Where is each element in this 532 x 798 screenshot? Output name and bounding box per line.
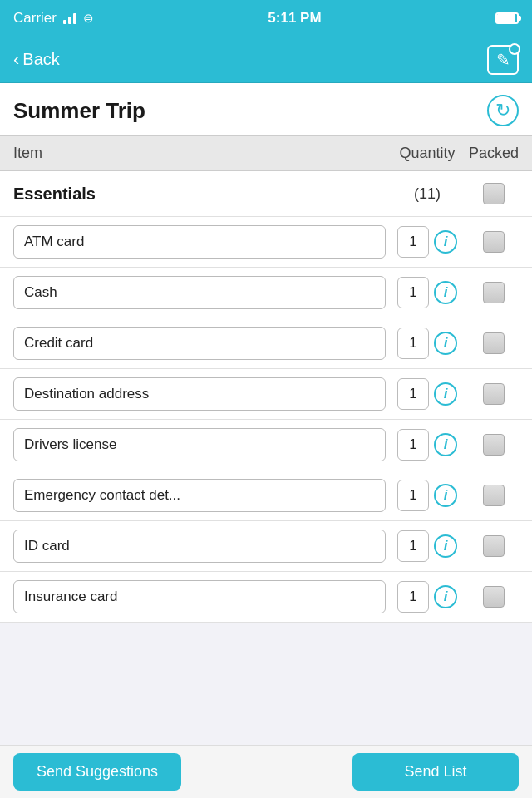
send-list-button[interactable]: Send List [352, 753, 519, 791]
nav-bar: ‹ Back [0, 37, 532, 83]
table-row: ATM card 1 i [0, 217, 532, 268]
quantity-value[interactable]: 1 [397, 581, 429, 613]
col-header-quantity: Quantity [386, 145, 469, 162]
item-name-drivers-license[interactable]: Drivers license [13, 428, 386, 461]
quantity-value[interactable]: 1 [397, 378, 429, 410]
quantity-value[interactable]: 1 [397, 277, 429, 308]
table-header-row: Item Quantity Packed [0, 135, 532, 171]
quantity-value[interactable]: 1 [397, 226, 429, 258]
table-row: Destination address 1 i [0, 369, 532, 420]
info-button[interactable]: i [434, 484, 457, 507]
status-bar: Carrier ⊜ 5:11 PM [0, 0, 532, 37]
item-name-atm-card[interactable]: ATM card [13, 225, 386, 259]
info-icon: i [444, 234, 448, 250]
quantity-value[interactable]: 1 [397, 530, 429, 562]
item-packed-checkbox[interactable] [483, 282, 505, 303]
table-row: ID card 1 i [0, 521, 532, 572]
item-name-destination-address[interactable]: Destination address [13, 377, 386, 411]
item-packed-area [469, 332, 519, 354]
item-packed-checkbox[interactable] [483, 485, 505, 506]
section-count: (11) [386, 185, 469, 203]
section-header: Essentials (11) [0, 171, 532, 217]
item-quantity-area: 1 i [386, 581, 469, 613]
refresh-icon: ↻ [495, 100, 510, 121]
item-name-id-card[interactable]: ID card [13, 530, 386, 563]
content-area: Item Quantity Packed Essentials (11) ATM… [0, 135, 532, 689]
info-icon: i [444, 538, 448, 554]
item-quantity-area: 1 i [386, 480, 469, 511]
page-title: Summer Trip [13, 98, 145, 124]
item-packed-area [469, 231, 519, 253]
signal-bars-icon [63, 13, 76, 24]
refresh-button[interactable]: ↻ [487, 95, 519, 126]
item-packed-area [469, 434, 519, 456]
status-bar-left: Carrier ⊜ [13, 10, 94, 27]
send-suggestions-button[interactable]: Send Suggestions [13, 753, 181, 791]
table-row: Credit card 1 i [0, 318, 532, 369]
item-quantity-area: 1 i [386, 277, 469, 308]
info-button[interactable]: i [434, 534, 457, 558]
info-icon: i [444, 284, 448, 301]
back-button[interactable]: ‹ Back [13, 50, 60, 69]
item-quantity-area: 1 i [386, 378, 469, 410]
battery-icon [495, 12, 519, 24]
info-button[interactable]: i [434, 433, 457, 456]
item-packed-area [469, 282, 519, 303]
page-header: Summer Trip ↻ [0, 83, 532, 135]
item-name-credit-card[interactable]: Credit card [13, 327, 386, 360]
item-packed-area [469, 586, 519, 608]
table-row: Cash 1 i [0, 268, 532, 318]
quantity-value[interactable]: 1 [397, 429, 429, 461]
section-packed-checkbox-area [469, 183, 519, 204]
item-name-insurance-card[interactable]: Insurance card [13, 580, 386, 613]
section-packed-checkbox[interactable] [483, 183, 505, 204]
item-name-emergency-contact[interactable]: Emergency contact det... [13, 479, 386, 512]
back-chevron-icon: ‹ [13, 51, 19, 69]
info-button[interactable]: i [434, 332, 457, 355]
table-row: Emergency contact det... 1 i [0, 470, 532, 521]
item-packed-checkbox[interactable] [483, 535, 505, 557]
status-bar-right [495, 12, 519, 24]
item-packed-checkbox[interactable] [483, 434, 505, 456]
item-quantity-area: 1 i [386, 328, 469, 359]
status-bar-time: 5:11 PM [268, 10, 321, 27]
item-quantity-area: 1 i [386, 530, 469, 562]
info-icon: i [444, 589, 448, 605]
carrier-label: Carrier [13, 10, 57, 27]
items-list: ATM card 1 i Cash 1 i Credit card 1 i [0, 217, 532, 623]
quantity-value[interactable]: 1 [397, 480, 429, 511]
item-quantity-area: 1 i [386, 429, 469, 461]
info-button[interactable]: i [434, 382, 457, 406]
info-button[interactable]: i [434, 281, 457, 304]
info-icon: i [444, 386, 448, 402]
item-quantity-area: 1 i [386, 226, 469, 258]
item-name-cash[interactable]: Cash [13, 276, 386, 309]
table-row: Insurance card 1 i [0, 572, 532, 623]
item-packed-area [469, 383, 519, 405]
info-button[interactable]: i [434, 230, 457, 254]
col-header-item: Item [13, 145, 386, 162]
info-icon: i [444, 436, 448, 453]
item-packed-area [469, 485, 519, 506]
table-row: Drivers license 1 i [0, 420, 532, 470]
item-packed-checkbox[interactable] [483, 383, 505, 405]
item-packed-checkbox[interactable] [483, 586, 505, 608]
edit-button[interactable] [487, 45, 519, 75]
item-packed-checkbox[interactable] [483, 332, 505, 354]
item-packed-area [469, 535, 519, 557]
info-icon: i [444, 335, 448, 352]
section-title: Essentials [13, 185, 386, 204]
quantity-value[interactable]: 1 [397, 328, 429, 359]
bottom-bar: Send Suggestions Send List [0, 745, 532, 798]
wifi-icon: ⊜ [83, 11, 94, 26]
item-packed-checkbox[interactable] [483, 231, 505, 253]
col-header-packed: Packed [469, 145, 519, 162]
info-button[interactable]: i [434, 585, 457, 608]
info-icon: i [444, 487, 448, 504]
back-label: Back [22, 50, 59, 69]
